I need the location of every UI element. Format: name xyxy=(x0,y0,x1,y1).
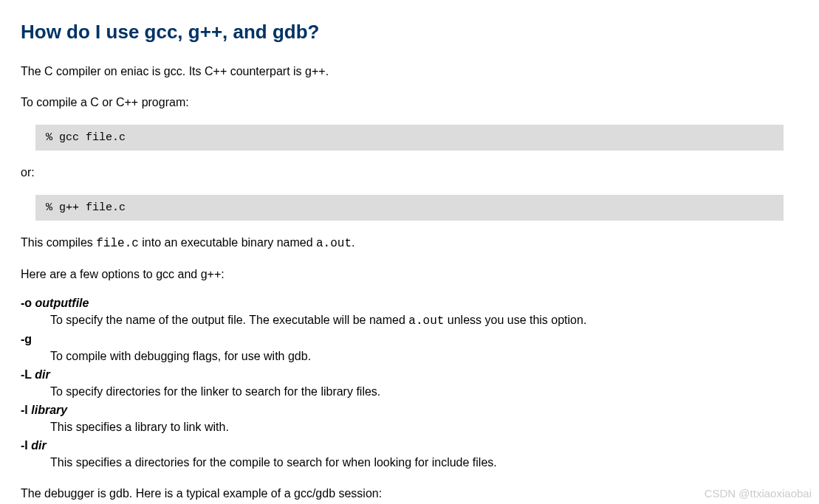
option-flag: -g xyxy=(21,333,32,345)
option-desc: To specify the name of the output file. … xyxy=(50,311,798,330)
option-flag: -L xyxy=(21,368,32,381)
option-term: -o outputfile xyxy=(21,297,798,310)
code-block-gpp: % g++ file.c xyxy=(35,195,784,221)
option-arg: dir xyxy=(35,368,49,381)
option-term: -l library xyxy=(21,404,798,417)
option-term: -g xyxy=(21,333,798,346)
option-desc: To compile with debugging flags, for use… xyxy=(50,348,798,365)
option-flag: -I xyxy=(21,439,28,452)
option-arg: outputfile xyxy=(35,297,89,309)
option-arg: dir xyxy=(31,439,46,452)
option-flag: -o xyxy=(21,297,32,309)
code-block-gcc: % gcc file.c xyxy=(35,125,784,151)
text-fragment: unless you use this option. xyxy=(444,314,586,326)
inline-code-filec: file.c xyxy=(96,237,139,250)
paragraph-or: or: xyxy=(21,164,798,182)
option-desc: To specify directories for the linker to… xyxy=(50,383,798,401)
paragraph-gdb: The debugger is gdb. Here is a typical e… xyxy=(21,485,798,503)
option-arg: library xyxy=(31,404,67,416)
inline-code-aout: a.out xyxy=(408,314,444,328)
option-term: -L dir xyxy=(21,368,798,382)
text-fragment: To specify the name of the output file. … xyxy=(50,314,408,326)
option-flag: -l xyxy=(21,404,28,416)
paragraph-intro: The C compiler on eniac is gcc. Its C++ … xyxy=(21,63,798,80)
paragraph-options: Here are a few options to gcc and g++: xyxy=(21,266,798,283)
option-term: -I dir xyxy=(21,439,798,452)
text-fragment: . xyxy=(352,236,354,249)
text-fragment: This compiles xyxy=(21,236,96,249)
options-list: -o outputfile To specify the name of the… xyxy=(21,297,798,472)
option-desc: This specifies a directories for the com… xyxy=(50,454,798,472)
option-desc: This specifies a library to link with. xyxy=(50,418,798,436)
inline-code-aout: a.out xyxy=(316,237,352,250)
paragraph-compile: To compile a C or C++ program: xyxy=(21,94,798,111)
text-fragment: into an executable binary named xyxy=(139,236,316,249)
paragraph-compiles-into: This compiles file.c into an executable … xyxy=(21,234,798,252)
page-title: How do I use gcc, g++, and gdb? xyxy=(21,21,798,44)
